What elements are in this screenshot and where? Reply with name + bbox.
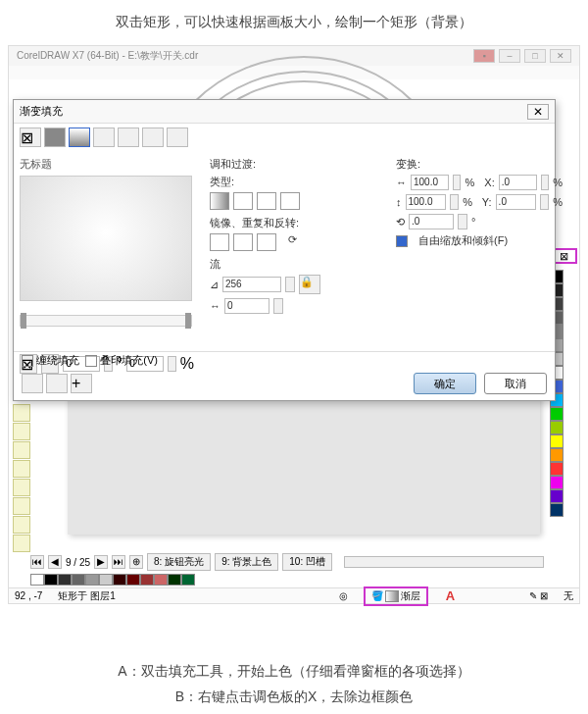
nav-last[interactable]: ⏭ <box>112 555 125 569</box>
tab-8[interactable]: 8: 旋钮亮光 <box>147 553 211 571</box>
doc-palette-color[interactable] <box>113 574 126 586</box>
x-spin[interactable]: .0 <box>499 175 537 190</box>
doc-palette-color[interactable] <box>99 574 113 586</box>
palette-color[interactable] <box>550 462 564 476</box>
nav-add[interactable]: ⊕ <box>129 555 143 569</box>
tool-7[interactable] <box>13 516 30 534</box>
mirror-1-icon[interactable] <box>210 233 229 251</box>
dialog-close-button[interactable]: ✕ <box>527 104 549 120</box>
min-button[interactable]: – <box>499 49 520 63</box>
status-object: 矩形于 图层1 <box>58 589 115 603</box>
doc-palette-color[interactable] <box>126 574 140 586</box>
foot-icon-3[interactable]: + <box>71 374 92 393</box>
doc-palette-color[interactable] <box>58 574 72 586</box>
fill-solid-icon[interactable] <box>44 128 66 147</box>
hscroll[interactable] <box>344 556 544 568</box>
tool-2[interactable] <box>13 423 30 440</box>
page-indicator: 9 / 25 <box>66 557 90 568</box>
callout-a-label: A <box>446 588 455 603</box>
doc-palette <box>30 574 195 587</box>
status-coord: 92 , -7 <box>15 590 42 601</box>
preview-label: 无标题 <box>20 157 194 172</box>
fill-none-icon[interactable]: ⊠ <box>20 128 41 147</box>
doc-palette-color[interactable] <box>85 574 99 586</box>
page-navigator: ⏮ ◀ 9 / 25 ▶ ⏭ ⊕ 8: 旋钮亮光 9: 背景上色 10: 凹槽 <box>30 552 544 572</box>
legend-a: A：双击填充工具，开始上色（仔细看弹窗框的各项选择） <box>0 663 588 681</box>
stream-spin[interactable] <box>285 277 295 292</box>
overprint-checkbox[interactable] <box>85 355 97 367</box>
close-button[interactable]: ✕ <box>550 49 571 63</box>
palette-color[interactable] <box>550 476 564 489</box>
tool-5[interactable] <box>13 479 30 496</box>
fill-postscript-icon[interactable] <box>167 128 188 147</box>
tab-9[interactable]: 9: 背景上色 <box>215 553 278 571</box>
user-icon[interactable]: ▪ <box>473 49 495 63</box>
palette-color[interactable] <box>550 489 564 503</box>
stream-icon: ⊿ <box>210 279 219 291</box>
fill-texture-icon[interactable] <box>142 128 164 147</box>
fill-pattern1-icon[interactable] <box>93 128 115 147</box>
foot-icon-1[interactable] <box>22 374 43 393</box>
dialog-title: 渐变填充 <box>20 104 63 119</box>
doc-palette-color[interactable] <box>154 574 168 586</box>
tool-3[interactable] <box>13 441 30 459</box>
fill-bucket-icon: 🪣 <box>371 590 383 601</box>
fill-tool-highlight[interactable]: 🪣 渐层 <box>364 586 428 606</box>
doc-palette-color[interactable] <box>168 574 181 586</box>
blend-conical-icon[interactable] <box>257 192 276 210</box>
blend-label: 调和过渡: <box>210 157 357 172</box>
nav-prev[interactable]: ◀ <box>48 555 62 569</box>
angle-spin[interactable]: .0 <box>409 214 454 230</box>
tool-4[interactable] <box>13 460 30 478</box>
stream-value[interactable]: 256 <box>222 277 281 292</box>
fill-gradient-icon[interactable] <box>69 128 90 147</box>
tool-1[interactable] <box>13 404 30 422</box>
type-label: 类型: <box>210 175 357 189</box>
gradient-preview[interactable] <box>20 176 192 301</box>
blend-square-icon[interactable] <box>280 192 300 210</box>
wrap-fill-checkbox[interactable] <box>22 355 33 367</box>
nav-first[interactable]: ⏮ <box>30 555 44 569</box>
doc-palette-color[interactable] <box>30 574 44 586</box>
ok-button[interactable]: 确定 <box>414 373 476 394</box>
y-spin[interactable]: .0 <box>496 194 536 210</box>
max-button[interactable]: □ <box>524 49 546 63</box>
wrap-fill-label: 缠绕填充 <box>36 353 79 368</box>
palette-color[interactable] <box>550 448 564 462</box>
accel-spin[interactable]: 0 <box>224 298 270 314</box>
stream-label: 流 <box>210 257 357 272</box>
outline-none-label: 无 <box>564 589 573 603</box>
doc-palette-color[interactable] <box>140 574 154 586</box>
legend-block: A：双击填充工具，开始上色（仔细看弹窗框的各项选择） B：右键点击调色板的X，去… <box>0 655 588 714</box>
mirror-2-icon[interactable] <box>233 233 253 251</box>
doc-palette-color[interactable] <box>72 574 85 586</box>
gradient-fill-dialog: 渐变填充 ✕ ⊠ 无标题 ⊠ 0 ° <box>13 99 556 401</box>
blend-linear-icon[interactable] <box>210 192 229 210</box>
mirror-label: 镜像、重复和反转: <box>210 216 357 230</box>
stream-lock-icon[interactable]: 🔒 <box>299 275 320 294</box>
blend-radial-icon[interactable] <box>233 192 253 210</box>
free-scale-checkbox[interactable] <box>396 235 408 247</box>
palette-color[interactable] <box>550 421 564 434</box>
free-scale-label: 自由缩放和倾斜(F) <box>418 233 508 248</box>
nav-next[interactable]: ▶ <box>94 555 108 569</box>
tab-10[interactable]: 10: 凹槽 <box>282 553 332 571</box>
tool-6[interactable] <box>13 497 30 515</box>
palette-color[interactable] <box>550 503 564 517</box>
cancel-button[interactable]: 取消 <box>484 373 547 394</box>
mirror-3-icon[interactable] <box>257 233 276 251</box>
doc-palette-color[interactable] <box>181 574 195 586</box>
fill-pattern2-icon[interactable] <box>118 128 139 147</box>
width-spin[interactable]: 100.0 <box>411 175 449 190</box>
doc-palette-color[interactable] <box>44 574 58 586</box>
palette-color[interactable] <box>550 407 564 421</box>
toolbox <box>13 403 32 553</box>
gradient-slider[interactable] <box>20 315 192 327</box>
dialog-icon-row: ⊠ <box>14 124 555 151</box>
height-spin[interactable]: 100.0 <box>406 194 446 210</box>
tool-8[interactable] <box>13 535 30 552</box>
palette-color[interactable] <box>550 434 564 448</box>
foot-icon-2[interactable] <box>46 374 68 393</box>
transform-label: 变换: <box>396 157 563 172</box>
coreldraw-window: CorelDRAW X7 (64-Bit) - E:\教学\开关.cdr ▪ –… <box>8 45 580 604</box>
